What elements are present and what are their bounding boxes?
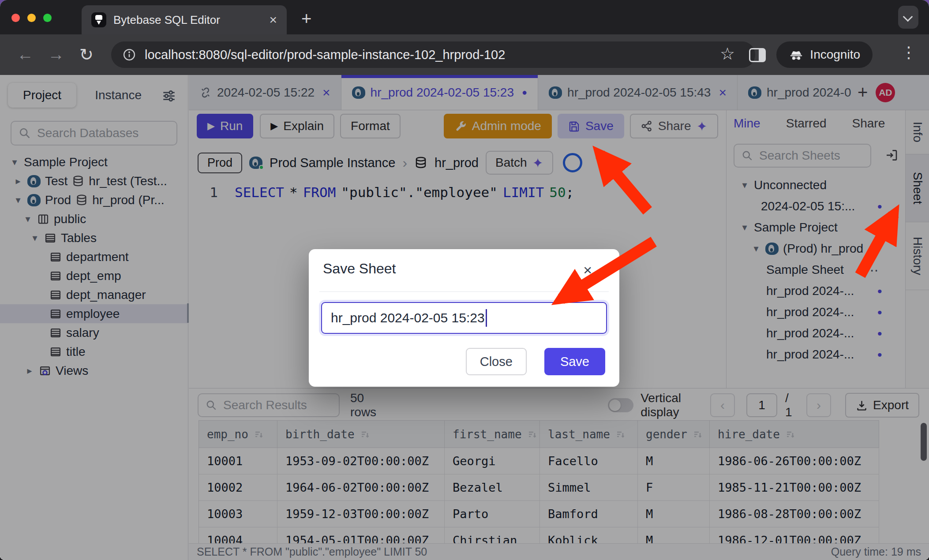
dialog-title: Save Sheet: [323, 261, 396, 277]
dialog-save-button[interactable]: Save: [544, 348, 605, 375]
browser-tabstrip: Bytebase SQL Editor × +: [0, 0, 929, 34]
tab-close-icon[interactable]: ×: [269, 13, 277, 26]
close-window-button[interactable]: [11, 14, 20, 22]
text-cursor: [486, 309, 487, 327]
dialog-divider: [319, 291, 609, 292]
window-controls: [11, 14, 52, 22]
incognito-badge: Incognito: [776, 41, 873, 68]
browser-tab-title: Bytebase SQL Editor: [113, 13, 262, 27]
back-button[interactable]: ←: [17, 45, 34, 64]
sheet-name-input[interactable]: hr_prod 2024-02-05 15:23: [321, 302, 607, 334]
side-panel-icon[interactable]: [749, 48, 766, 62]
new-tab-button[interactable]: +: [301, 10, 311, 27]
bytebase-favicon-icon: [91, 12, 106, 27]
browser-window: Bytebase SQL Editor × + ← → ↻ localhost:…: [0, 0, 929, 560]
browser-tab[interactable]: Bytebase SQL Editor ×: [82, 5, 287, 34]
browser-menu-icon[interactable]: ⋮: [901, 43, 917, 62]
close-label: Close: [480, 355, 513, 369]
incognito-spy-icon: [789, 47, 804, 62]
incognito-label: Incognito: [810, 48, 860, 62]
sheet-name-value: hr_prod 2024-02-05 15:23: [331, 310, 485, 325]
forward-button[interactable]: →: [48, 45, 64, 64]
page-content: Project Instance Search Databases ▾ Samp…: [0, 75, 929, 560]
save-sheet-dialog: Save Sheet × hr_prod 2024-02-05 15:23 Cl…: [309, 249, 619, 387]
dialog-close-button[interactable]: Close: [466, 348, 527, 375]
desktop: Bytebase SQL Editor × + ← → ↻ localhost:…: [0, 0, 929, 560]
url-text: localhost:8080/sql-editor/prod-sample-in…: [145, 48, 505, 62]
tab-search-button[interactable]: [898, 6, 918, 29]
browser-navbar: ← → ↻ localhost:8080/sql-editor/prod-sam…: [0, 34, 929, 75]
maximize-window-button[interactable]: [43, 14, 52, 22]
address-bar[interactable]: localhost:8080/sql-editor/prod-sample-in…: [111, 41, 755, 68]
dialog-close-icon[interactable]: ×: [583, 262, 592, 277]
reload-button[interactable]: ↻: [79, 45, 94, 64]
minimize-window-button[interactable]: [27, 14, 36, 22]
save-label: Save: [560, 355, 589, 369]
site-info-icon[interactable]: [123, 48, 136, 61]
chevron-down-icon: [903, 12, 913, 22]
bookmark-star-icon[interactable]: ☆: [720, 44, 735, 63]
dialog-actions: Close Save: [466, 348, 605, 375]
